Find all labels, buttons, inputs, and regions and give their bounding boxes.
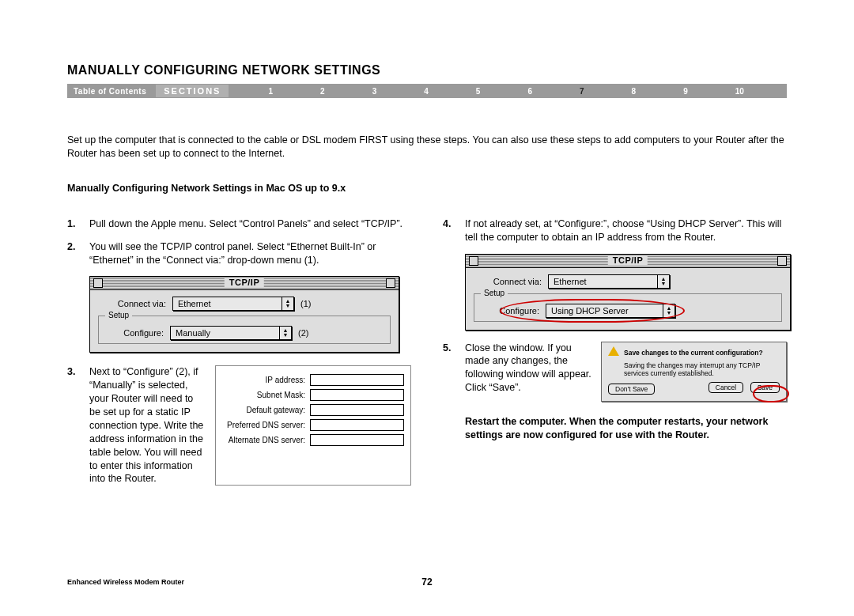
default-gateway-field[interactable] (310, 404, 404, 416)
ip-fields-box: IP address: Subnet Mask: Default gateway… (215, 365, 411, 486)
step-2-text: You will see the TCP/IP control panel. S… (89, 240, 411, 267)
configure-label: Configure: (481, 306, 546, 316)
nav-item-7[interactable]: 7 (580, 87, 584, 96)
configure-value: Manually (176, 328, 210, 338)
save-button-label: Save (758, 384, 773, 391)
tcpip-window-2: TCP/IP Connect via: Ethernet ▲▼ Setup (465, 254, 791, 331)
callout-2: (2) (298, 328, 308, 338)
window-title: TCP/IP (225, 278, 264, 287)
restart-note: Restart the computer. When the computer … (465, 415, 787, 442)
ip-address-label: IP address: (222, 375, 310, 386)
step-3-text: Next to “Configure” (2), if “Manually” i… (89, 365, 204, 486)
setup-legend: Setup (105, 311, 132, 319)
subnet-mask-field[interactable] (310, 389, 404, 401)
nav-toc[interactable]: Table of Contents (70, 87, 156, 96)
step-3-num: 3. (67, 365, 89, 486)
alternate-dns-label: Alternate DNS server: (222, 435, 310, 446)
connect-via-label: Connect via: (98, 299, 172, 308)
tcpip-window-1: TCP/IP Connect via: Ethernet ▲▼ (1) Setu… (89, 276, 399, 353)
dialog-heading: Save changes to the current configuratio… (624, 349, 780, 357)
page-footer: Enhanced Wireless Modem Router 72 (67, 578, 787, 586)
dialog-message: Saving the changes may interrupt any TCP… (624, 361, 780, 377)
mac-titlebar: TCP/IP (90, 277, 399, 290)
configure-value: Using DHCP Server (551, 306, 629, 316)
subnet-mask-label: Subnet Mask: (222, 390, 310, 401)
configure-select[interactable]: Using DHCP Server ▲▼ (546, 304, 675, 318)
warning-icon (608, 346, 619, 356)
step-1-num: 1. (67, 217, 89, 231)
mac-titlebar: TCP/IP (466, 255, 790, 268)
dont-save-button[interactable]: Don't Save (608, 384, 655, 395)
connect-via-label: Connect via: (474, 277, 548, 286)
nav-item-8[interactable]: 8 (632, 87, 637, 96)
save-button[interactable]: Save (750, 382, 780, 393)
dropdown-arrows-icon: ▲▼ (663, 304, 675, 317)
nav-item-3[interactable]: 3 (372, 87, 377, 96)
footer-product: Enhanced Wireless Modem Router (67, 578, 184, 586)
preferred-dns-label: Preferred DNS server: (222, 420, 310, 431)
subheading: Manually Configuring Network Settings in… (67, 183, 787, 194)
nav-item-5[interactable]: 5 (476, 87, 481, 96)
alternate-dns-field[interactable] (310, 434, 404, 446)
save-dialog: Save changes to the current configuratio… (601, 342, 787, 402)
section-nav: Table of Contents SECTIONS 1 2 3 4 5 6 7… (67, 84, 787, 98)
configure-select[interactable]: Manually ▲▼ (170, 326, 292, 340)
intro-text: Set up the computer that is connected to… (67, 134, 787, 161)
nav-sections-label: SECTIONS (156, 85, 229, 97)
callout-1: (1) (300, 299, 311, 308)
cancel-button[interactable]: Cancel (709, 382, 743, 393)
dropdown-arrows-icon: ▲▼ (282, 297, 293, 310)
setup-legend: Setup (481, 289, 508, 297)
step-5-num: 5. (443, 342, 465, 395)
nav-item-1[interactable]: 1 (268, 87, 273, 96)
ip-address-field[interactable] (310, 374, 404, 386)
close-icon[interactable] (93, 278, 103, 288)
default-gateway-label: Default gateway: (222, 405, 310, 416)
page-number: 72 (421, 576, 432, 588)
nav-item-10[interactable]: 10 (735, 87, 744, 96)
nav-item-4[interactable]: 4 (424, 87, 429, 96)
page-title: MANUALLY CONFIGURING NETWORK SETTINGS (67, 63, 787, 77)
nav-item-9[interactable]: 9 (683, 87, 688, 96)
connect-via-value: Ethernet (554, 277, 587, 286)
window-title: TCP/IP (608, 255, 648, 265)
step-5-text: Close the window. If you made any change… (465, 342, 593, 395)
nav-item-2[interactable]: 2 (320, 87, 325, 96)
preferred-dns-field[interactable] (310, 419, 404, 431)
dropdown-arrows-icon: ▲▼ (279, 327, 291, 339)
close-icon[interactable] (469, 256, 478, 266)
nav-item-6[interactable]: 6 (527, 87, 532, 96)
configure-label: Configure: (105, 328, 170, 338)
connect-via-select[interactable]: Ethernet ▲▼ (548, 274, 670, 289)
zoom-icon[interactable] (777, 256, 787, 266)
step-2-num: 2. (67, 240, 89, 267)
dropdown-arrows-icon: ▲▼ (657, 275, 669, 288)
connect-via-value: Ethernet (178, 299, 211, 308)
step-1-text: Pull down the Apple menu. Select “Contro… (89, 217, 411, 231)
zoom-icon[interactable] (386, 278, 395, 288)
connect-via-select[interactable]: Ethernet ▲▼ (172, 297, 294, 311)
step-4-text: If not already set, at “Configure:”, cho… (465, 217, 787, 244)
step-4-num: 4. (443, 217, 465, 244)
